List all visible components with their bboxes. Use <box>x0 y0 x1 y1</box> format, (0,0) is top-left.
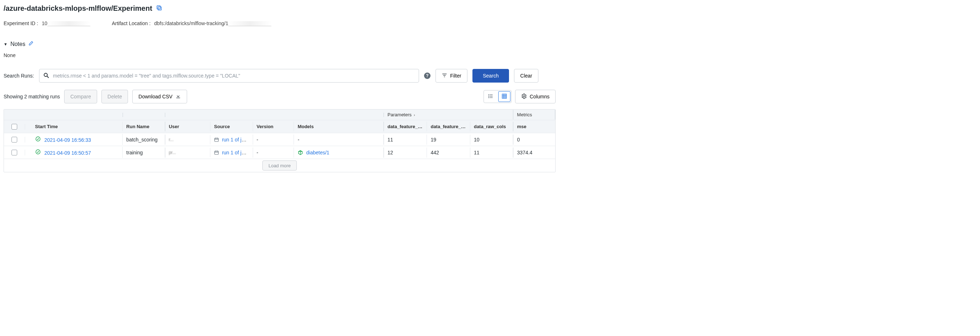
column-group-parameters[interactable]: Parameters › <box>384 110 513 120</box>
notes-body: None <box>3 53 555 58</box>
columns-button[interactable]: Columns <box>515 90 555 103</box>
param-cell: 10 <box>470 134 514 145</box>
col-param-2[interactable]: data_feature_en <box>427 122 470 131</box>
svg-rect-13 <box>502 94 506 98</box>
param-cell: 11 <box>384 134 427 145</box>
grid-icon <box>501 93 507 100</box>
param-cell: 442 <box>427 147 470 158</box>
col-param-1[interactable]: data_feature_en <box>384 122 427 131</box>
filter-icon <box>442 72 447 79</box>
calendar-icon <box>214 150 219 155</box>
metric-cell: 0 <box>513 134 555 145</box>
model-link[interactable]: diabetes/1 <box>306 150 329 155</box>
version-cell: - <box>253 134 294 145</box>
col-param-3[interactable]: data_raw_cols <box>470 122 514 131</box>
redacted-icon <box>47 21 90 26</box>
col-start-time[interactable]: Start Time <box>32 122 123 131</box>
search-input-container[interactable] <box>39 69 419 83</box>
grid-view-button[interactable] <box>498 91 511 102</box>
chevron-right-icon: › <box>414 113 415 117</box>
models-cell: - <box>294 134 384 145</box>
status-success-icon <box>35 149 41 155</box>
svg-line-3 <box>47 76 49 78</box>
svg-point-19 <box>36 137 40 141</box>
experiment-meta: Experiment ID : 10 Artifact Location : d… <box>3 21 555 26</box>
svg-point-11 <box>488 96 489 96</box>
param-cell: 11 <box>470 147 514 158</box>
page-title: /azure-databricks-mlops-mlflow/Experimen… <box>3 4 152 13</box>
edit-icon[interactable] <box>28 40 34 47</box>
source-link[interactable]: run 1 of job 1 <box>222 150 251 155</box>
svg-rect-1 <box>157 6 160 9</box>
svg-rect-0 <box>158 7 161 10</box>
svg-point-18 <box>523 96 525 97</box>
column-group-metrics[interactable]: Metrics <box>513 110 555 120</box>
search-button[interactable]: Search <box>473 69 509 83</box>
param-cell: 19 <box>427 134 470 145</box>
notes-label: Notes <box>10 41 25 47</box>
calendar-icon <box>214 137 219 142</box>
download-csv-button[interactable]: Download CSV <box>132 90 187 103</box>
user-cell: r... <box>165 135 210 144</box>
download-icon <box>175 93 181 100</box>
col-run-name[interactable]: Run Name <box>123 122 165 131</box>
search-runs-label: Search Runs: <box>3 73 34 78</box>
col-metric-mse[interactable]: mse <box>513 122 555 131</box>
compare-button[interactable]: Compare <box>64 90 97 103</box>
view-toggle <box>484 90 512 103</box>
search-icon <box>43 72 49 80</box>
load-more-button[interactable]: Load more <box>262 160 297 171</box>
result-count-label: Showing 2 matching runs <box>3 94 60 99</box>
row-checkbox[interactable] <box>11 137 17 142</box>
svg-point-2 <box>44 73 47 77</box>
caret-down-icon: ▼ <box>3 42 8 46</box>
artifact-location-value: dbfs:/databricks/mlflow-tracking/1 <box>154 21 228 26</box>
col-user[interactable]: User <box>165 122 210 131</box>
redacted-icon <box>228 21 271 26</box>
col-models[interactable]: Models <box>294 122 384 131</box>
list-view-button[interactable] <box>485 91 497 102</box>
experiment-id-label: Experiment ID : <box>3 21 38 26</box>
version-cell: - <box>253 147 294 158</box>
clear-button[interactable]: Clear <box>514 69 538 83</box>
artifact-location-label: Artifact Location : <box>112 21 151 26</box>
run-name: training <box>123 147 165 158</box>
list-icon <box>488 93 493 100</box>
model-icon <box>298 150 303 155</box>
user-cell: pr... <box>165 148 210 157</box>
start-time-link[interactable]: 2021-04-09 16:50:57 <box>45 150 91 156</box>
svg-rect-20 <box>215 138 219 141</box>
col-version[interactable]: Version <box>253 122 294 131</box>
help-icon[interactable]: ? <box>424 72 431 79</box>
svg-point-24 <box>36 150 40 154</box>
copy-icon[interactable] <box>156 5 162 12</box>
experiment-id-value: 10 <box>41 21 47 26</box>
search-input[interactable] <box>53 73 415 78</box>
start-time-link[interactable]: 2021-04-09 16:56:33 <box>45 137 91 143</box>
row-checkbox[interactable] <box>11 150 17 155</box>
runs-table: Parameters › Metrics Start Time Run Name… <box>3 109 555 172</box>
notes-header[interactable]: ▼ Notes <box>3 40 555 47</box>
svg-point-10 <box>488 94 489 95</box>
col-source[interactable]: Source <box>210 122 253 131</box>
svg-point-12 <box>488 97 489 98</box>
table-row: 2021-04-09 16:50:57 training pr... run 1… <box>4 146 555 159</box>
svg-rect-25 <box>215 151 219 154</box>
run-name: batch_scoring <box>123 134 165 145</box>
filter-button[interactable]: Filter <box>436 69 468 83</box>
select-all-checkbox[interactable] <box>11 124 17 130</box>
metric-cell: 3374.4 <box>513 147 555 158</box>
gear-icon <box>521 93 527 100</box>
param-cell: 12 <box>384 147 427 158</box>
status-success-icon <box>35 136 41 142</box>
source-link[interactable]: run 1 of job 2 <box>222 137 251 142</box>
delete-button[interactable]: Delete <box>102 90 128 103</box>
table-row: 2021-04-09 16:56:33 batch_scoring r... r… <box>4 133 555 146</box>
